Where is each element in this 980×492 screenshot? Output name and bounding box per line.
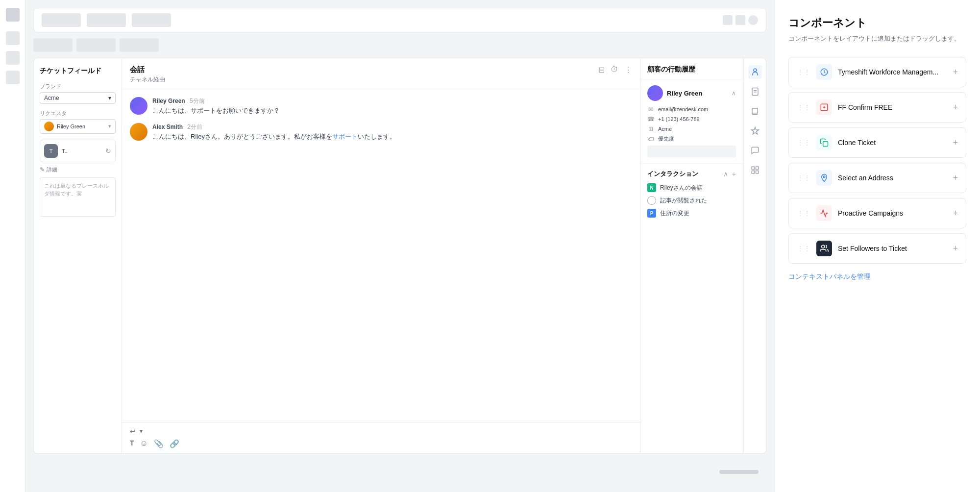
text-format-icon[interactable]: T xyxy=(130,439,134,448)
detail-link[interactable]: ✎ 詳細 xyxy=(40,166,116,173)
interaction-item-1[interactable]: N Rileyさんの会話 xyxy=(647,183,736,192)
reply-mode-icon[interactable]: ↩ xyxy=(130,427,136,435)
drag-handle-followers: ⋮⋮ xyxy=(797,245,810,252)
note-area: これは単なるプレースホルダ情報です。実 xyxy=(40,177,116,217)
comp-item-select-address[interactable]: ⋮⋮ Select an Address + xyxy=(788,163,966,193)
comp-item-clone-ticket[interactable]: ⋮⋮ Clone Ticket + xyxy=(788,127,966,158)
format-bar: T ☺ 📎 🔗 xyxy=(130,439,632,448)
message-text-1: こんにちは、サポートをお願いできますか？ xyxy=(152,106,280,115)
top-bar-tab-1[interactable] xyxy=(42,13,81,27)
right-icon-user[interactable] xyxy=(748,65,762,79)
interactions-add-icon[interactable]: + xyxy=(732,170,736,178)
left-sidebar xyxy=(0,0,25,492)
support-link[interactable]: サポート xyxy=(332,133,358,140)
requester-field[interactable]: Riley Green ▾ xyxy=(40,119,116,134)
right-icon-chat[interactable] xyxy=(748,144,762,157)
sidebar-icon-1[interactable] xyxy=(6,31,20,45)
bottom-bar xyxy=(33,460,766,484)
top-bar xyxy=(33,8,766,32)
priority-field[interactable] xyxy=(647,146,736,157)
comp-icon-address xyxy=(816,170,832,186)
brand-select[interactable]: Acme ▾ xyxy=(40,92,116,104)
right-icon-book[interactable] xyxy=(748,104,762,118)
comp-add-ff[interactable]: + xyxy=(953,102,958,113)
comp-add-tymeshift[interactable]: + xyxy=(953,67,958,77)
window-control-2[interactable] xyxy=(735,15,745,25)
attachment-icon[interactable]: 📎 xyxy=(154,439,164,448)
window-control-3[interactable] xyxy=(748,15,758,25)
sub-nav-btn-3[interactable] xyxy=(120,38,159,52)
scroll-thumb[interactable] xyxy=(719,470,759,474)
message-time-1: 5分前 xyxy=(190,98,205,104)
reply-area: ↩ ▾ T ☺ 📎 🔗 xyxy=(122,422,640,453)
riley-avatar xyxy=(130,97,147,115)
filter-icon[interactable]: ⊟ xyxy=(598,65,605,74)
messages-area: Riley Green 5分前 こんにちは、サポートをお願いできますか？ Ale… xyxy=(122,89,640,422)
reply-mode-chevron[interactable]: ▾ xyxy=(140,428,143,435)
comp-panel-title: コンポーネント xyxy=(788,16,966,30)
right-icon-document[interactable] xyxy=(748,85,762,98)
right-icon-sparkle[interactable] xyxy=(748,124,762,138)
brand-icon: ⊞ xyxy=(647,125,654,132)
sub-nav xyxy=(33,38,766,52)
window-control-1[interactable] xyxy=(723,15,733,25)
customer-priority-row: 🏷 優先度 xyxy=(647,135,736,143)
more-icon[interactable]: ⋮ xyxy=(624,65,632,74)
customer-panel: 顧客の行動履歴 Riley Green ∧ ✉ email@zendesk.co… xyxy=(640,58,743,453)
phone-icon: ☎ xyxy=(647,116,654,123)
interaction-label-2: 記事が閲覧された xyxy=(660,197,707,205)
interaction-item-2[interactable]: 記事が閲覧された xyxy=(647,196,736,205)
comp-label-address: Select an Address xyxy=(838,174,947,182)
alex-avatar xyxy=(130,123,147,141)
comp-label-followers: Set Followers to Ticket xyxy=(838,245,947,252)
comp-icon-tymeshift xyxy=(816,64,832,80)
interaction-item-3[interactable]: P 住所の変更 xyxy=(647,209,736,218)
comp-item-tymeshift[interactable]: ⋮⋮ Tymeshift Workforce Managem... + xyxy=(788,57,966,87)
comp-icon-proactive xyxy=(816,205,832,221)
comp-add-clone[interactable]: + xyxy=(953,138,958,148)
sidebar-icon-3[interactable] xyxy=(6,71,20,84)
comp-label-clone: Clone Ticket xyxy=(838,139,947,147)
svg-rect-6 xyxy=(752,171,754,173)
link-icon[interactable]: 🔗 xyxy=(170,439,179,448)
app-name[interactable]: T.. xyxy=(62,148,68,154)
interactions-collapse-icon[interactable]: ∧ xyxy=(723,170,728,178)
interaction-badge-n: N xyxy=(647,183,656,192)
drag-handle-proactive: ⋮⋮ xyxy=(797,209,810,217)
customer-brand-row: ⊞ Acme xyxy=(647,125,736,132)
comp-panel-subtitle: コンポーネントをレイアウトに追加またはドラッグします。 xyxy=(788,34,966,43)
message-text-2: こんにちは、Rileyさん。ありがとうございます。私がお客様をサポートいたします… xyxy=(152,132,396,141)
top-bar-tab-3[interactable] xyxy=(132,13,171,27)
customer-expand-icon[interactable]: ∧ xyxy=(732,90,736,97)
message-sender-2: Alex Smith 2分前 xyxy=(152,123,396,131)
svg-point-12 xyxy=(822,245,825,248)
comp-add-address[interactable]: + xyxy=(953,173,958,183)
comp-add-proactive[interactable]: + xyxy=(953,208,958,219)
top-bar-tab-2[interactable] xyxy=(87,13,126,27)
message-sender-1: Riley Green 5分前 xyxy=(152,97,280,105)
comp-label-ff: FF Confirm FREE xyxy=(838,103,947,111)
sub-nav-btn-1[interactable] xyxy=(33,38,73,52)
app-card: T T.. ↻ xyxy=(40,140,116,162)
emoji-icon[interactable]: ☺ xyxy=(140,439,148,448)
message-row: Riley Green 5分前 こんにちは、サポートをお願いできますか？ xyxy=(130,97,632,115)
manage-context-panel-link[interactable]: コンテキストパネルを管理 xyxy=(788,272,871,281)
interaction-label-3: 住所の変更 xyxy=(660,209,689,218)
history-icon[interactable]: ⏱ xyxy=(611,65,618,74)
sidebar-icon-2[interactable] xyxy=(6,51,20,65)
refresh-icon[interactable]: ↻ xyxy=(105,147,111,155)
comp-icon-ff xyxy=(816,99,832,115)
app-logo xyxy=(6,8,20,22)
comp-item-proactive[interactable]: ⋮⋮ Proactive Campaigns + xyxy=(788,198,966,228)
right-icon-grid[interactable] xyxy=(748,163,762,177)
customer-phone-row: ☎ +1 (123) 456-789 xyxy=(647,116,736,123)
note-text: これは単なるプレースホルダ情報です。実 xyxy=(44,183,109,197)
sub-nav-btn-2[interactable] xyxy=(76,38,116,52)
svg-rect-7 xyxy=(756,171,758,173)
comp-item-ff-confirm[interactable]: ⋮⋮ FF Confirm FREE + xyxy=(788,92,966,123)
priority-icon: 🏷 xyxy=(647,136,654,143)
svg-point-0 xyxy=(754,69,757,72)
comp-add-followers[interactable]: + xyxy=(953,244,958,254)
brand-value: Acme xyxy=(44,95,59,101)
comp-item-set-followers[interactable]: ⋮⋮ Set Followers to Ticket + xyxy=(788,233,966,264)
